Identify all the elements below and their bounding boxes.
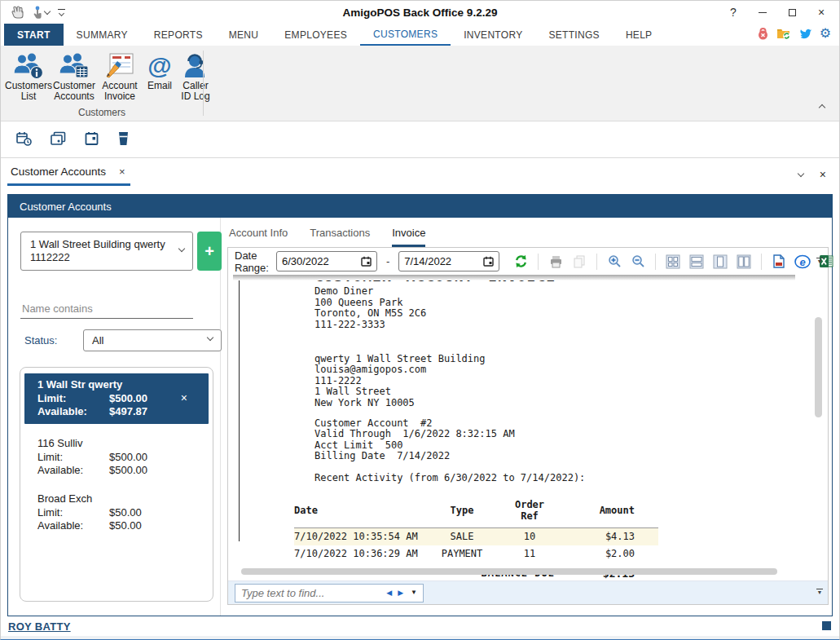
horizontal-scrollbar[interactable] (241, 568, 777, 575)
account-item[interactable]: Broad Exch Limit: $50.00 Available: $50.… (24, 488, 209, 538)
ribbon-tab-help[interactable]: HELP (613, 24, 666, 46)
account-name: 1 Wall Str qwerty (37, 378, 202, 391)
available-label: Available: (37, 519, 109, 532)
find-input[interactable] (241, 587, 380, 599)
customize-toolbar-button[interactable] (58, 9, 65, 16)
status-bar: ROY BATTY (1, 616, 839, 639)
export-pdf-button[interactable] (770, 253, 788, 271)
two-pages-button[interactable] (735, 253, 753, 271)
maximize-button[interactable] (777, 2, 807, 22)
date-to-input[interactable] (404, 255, 480, 267)
date-range-label: Date Range: (235, 249, 269, 274)
findbar-overflow-button[interactable]: ▼ (816, 589, 823, 595)
page-width-button[interactable] (688, 253, 706, 271)
page-width-icon (689, 254, 704, 269)
zoom-out-button[interactable] (629, 253, 647, 271)
zoom-in-button[interactable] (605, 253, 623, 271)
sync-folder-icon[interactable] (776, 27, 791, 40)
chevron-down-icon (44, 7, 51, 14)
cell-amount: $4.13 (555, 532, 658, 542)
date-separator: - (386, 255, 389, 267)
print-button[interactable] (547, 253, 565, 271)
tabstrip-close-icon[interactable]: × (820, 168, 826, 181)
twitter-icon[interactable] (798, 28, 812, 40)
tab-transactions[interactable]: Transactions (310, 227, 370, 247)
find-previous-icon[interactable]: ◀ (386, 589, 392, 597)
deselect-account-icon[interactable]: × (181, 391, 187, 404)
table-row: 7/10/2022 10:36:29 AM PAYMENT 11 $2.00 (294, 545, 658, 563)
beverage-button[interactable] (117, 131, 130, 148)
minimize-button[interactable] (748, 2, 777, 22)
single-page-button[interactable] (711, 253, 729, 271)
customer-combobox[interactable]: 1 Wall Street Building qwerty 1112222 (20, 232, 193, 271)
ribbon-group-customers: Customers List Customer Accounts (1, 46, 839, 121)
cell-amount: $2.00 (555, 549, 658, 559)
close-button[interactable]: × (807, 2, 836, 22)
tab-invoice[interactable]: Invoice (392, 227, 425, 247)
panel-title: Customer Accounts (8, 195, 832, 218)
tab-list-chevron-icon[interactable] (798, 170, 804, 176)
toolbar-divider (538, 254, 539, 270)
ribbon-tab-customers[interactable]: CUSTOMERS (360, 24, 451, 46)
account-line: Acct Limit 500 (314, 440, 792, 451)
find-options-icon[interactable]: ▼ (411, 589, 417, 596)
add-account-button[interactable]: + (197, 232, 222, 271)
export-html-button[interactable]: e (794, 253, 811, 271)
status-combobox[interactable]: All (83, 329, 222, 351)
quick-access-toolbar (4, 6, 65, 19)
limit-label: Limit: (37, 506, 109, 519)
ribbon-tab-inventory[interactable]: INVENTORY (451, 24, 535, 46)
date-from-input[interactable] (282, 255, 358, 267)
ribbon-tab-settings[interactable]: SETTINGS (535, 24, 612, 46)
help-button[interactable]: ? (719, 2, 748, 22)
logged-in-user-link[interactable]: ROY BATTY (8, 620, 71, 633)
page-top-shadow (233, 275, 795, 280)
activity-line: Recent Activity (from 6/30/2022 to 7/14/… (314, 473, 792, 483)
calendar-icon[interactable] (483, 256, 494, 267)
toolbar-overflow-button[interactable]: ▼ (816, 258, 823, 264)
ribbon-tab-start[interactable]: START (4, 24, 64, 46)
account-item[interactable]: 116 Sulliv Limit: $500.00 Available: $50… (24, 432, 209, 483)
customer-line: 111-2222 (314, 376, 792, 386)
caller-id-icon (183, 51, 209, 81)
calendar-copy-button[interactable] (51, 131, 66, 148)
limit-label: Limit: (37, 451, 109, 464)
accounts-list: 1 Wall Str qwerty Limit: $500.00 Availab… (20, 367, 213, 602)
ribbon-tab-menu[interactable]: MENU (216, 24, 272, 46)
date-to-field[interactable] (398, 251, 499, 271)
caller-id-label: Caller ID Log (177, 81, 214, 102)
merchant-line: Toronto, ON M5S 2C6 (314, 308, 792, 319)
tab-close-icon[interactable]: × (119, 166, 125, 178)
name-filter-input[interactable] (20, 299, 193, 319)
ribbon-tab-summary[interactable]: SUMMARY (64, 24, 141, 46)
document-tab-strip: Customer Accounts × × (1, 158, 839, 194)
refresh-button[interactable] (512, 253, 530, 271)
date-from-field[interactable] (276, 251, 377, 271)
calendar-button[interactable] (85, 131, 99, 148)
triangle-down-icon: ▼ (817, 259, 823, 264)
lock-icon[interactable] (757, 27, 769, 40)
title-status-icons: ⚙ (757, 27, 831, 40)
vertical-scrollbar[interactable] (815, 317, 822, 417)
ribbon-tab-employees[interactable]: EMPLOYEES (271, 24, 360, 46)
account-name: Broad Exch (37, 492, 202, 505)
tab-account-info[interactable]: Account Info (229, 227, 288, 247)
touch-mode-button[interactable] (33, 6, 50, 19)
ribbon-tab-reports[interactable]: REPORTS (141, 24, 216, 46)
find-next-icon[interactable]: ▶ (398, 589, 403, 597)
calendar-clock-button[interactable] (16, 131, 32, 148)
account-item-selected[interactable]: 1 Wall Str qwerty Limit: $500.00 Availab… (24, 373, 209, 424)
panel-body: 1 Wall Street Building qwerty 1112222 + … (8, 218, 832, 616)
hand-cursor-icon[interactable] (11, 6, 24, 19)
collapse-ribbon-button[interactable] (820, 100, 825, 113)
multiple-pages-button[interactable] (664, 253, 682, 271)
detail-tabs: Account Info Transactions Invoice (227, 218, 829, 247)
email-icon: @ (147, 51, 171, 81)
tab-customer-accounts[interactable]: Customer Accounts × (7, 166, 130, 186)
settings-gears-icon[interactable]: ⚙ (820, 27, 831, 40)
calendar-icon[interactable] (361, 256, 372, 267)
resize-grip[interactable] (822, 621, 831, 630)
zoom-in-icon (608, 254, 622, 268)
customer-accounts-icon (58, 51, 90, 81)
copy-button[interactable] (570, 253, 588, 271)
